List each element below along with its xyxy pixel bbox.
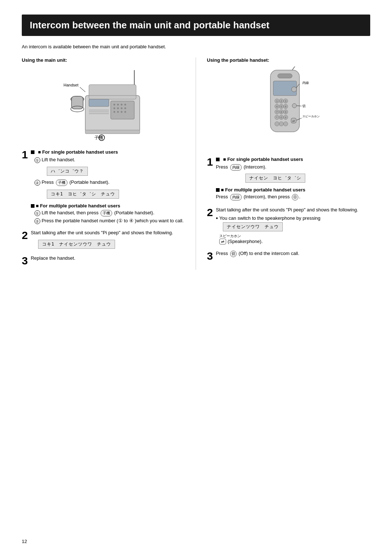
svg-text:9: 9 xyxy=(285,111,286,113)
right-multi-title: ■ For multiple portable handset users xyxy=(216,187,306,193)
list-item-2: ② Press 子機 (Portable handset). xyxy=(34,179,184,186)
multi-handset-title: ■ For multiple portable handset users xyxy=(31,203,184,208)
svg-text:Handset: Handset xyxy=(64,83,78,87)
step2-right-content: Start talking after the unit sounds "Pi … xyxy=(216,207,370,246)
svg-text:スピーカホン: スピーカホン xyxy=(302,115,320,118)
step1-right: 1 ■ For single portable handset users Pr… xyxy=(207,157,370,203)
circle-num-m2: ② xyxy=(34,218,40,224)
svg-text:⇌: ⇌ xyxy=(292,119,295,123)
step2-left: 2 Start talking after the unit sounds "P… xyxy=(22,230,185,250)
right-column: Using the portable handset: 1 2 3 xyxy=(196,57,370,270)
right-heading: Using the portable handset: xyxy=(207,57,370,63)
svg-text:7: 7 xyxy=(276,111,278,113)
multi-list-item-2: ② Press the portable handset number (① t… xyxy=(34,218,184,224)
black-square-icon-r1 xyxy=(216,158,220,161)
svg-point-57 xyxy=(279,122,283,126)
circle-zero-btn: ⓪ xyxy=(292,194,298,200)
step1-single-list: ① Lift the handset. xyxy=(31,157,184,163)
lcd-display-2: コキ1 ヨヒ゛タ゛シ チュウ xyxy=(47,190,119,199)
svg-text:切: 切 xyxy=(302,104,306,108)
step2-right-text: Start talking after the unit sounds "Pi … xyxy=(216,207,370,212)
left-heading: Using the main unit: xyxy=(22,57,185,63)
svg-text:0: 0 xyxy=(281,116,282,119)
svg-point-16 xyxy=(124,108,126,109)
page-number: 12 xyxy=(22,539,27,544)
portable-handset-svg: 1 2 3 4 5 6 7 8 9 xyxy=(245,66,332,150)
svg-point-17 xyxy=(113,111,115,113)
multi-list-item-1: ① Lift the handset, then press 子機 (Porta… xyxy=(34,210,184,216)
svg-rect-8 xyxy=(111,101,134,119)
svg-point-15 xyxy=(121,108,122,109)
svg-text:3: 3 xyxy=(285,100,286,102)
svg-text:内線: 内線 xyxy=(302,81,309,85)
svg-point-9 xyxy=(113,104,115,106)
step3-content: Replace the handset. xyxy=(31,255,75,264)
svg-point-12 xyxy=(124,104,126,106)
svg-point-61 xyxy=(291,87,297,92)
svg-line-69 xyxy=(292,66,299,70)
svg-point-58 xyxy=(283,122,288,126)
svg-point-13 xyxy=(113,108,115,109)
step3-number: 3 xyxy=(22,255,28,266)
svg-point-56 xyxy=(275,122,279,126)
black-square-icon xyxy=(31,150,34,154)
right-multi-text: Press 内線 (Intercom), then press ⓪. xyxy=(216,194,306,200)
speakerphone-label-small: スピーカホン xyxy=(219,234,241,238)
title-banner: Intercom between the main unit and porta… xyxy=(22,15,370,36)
svg-point-14 xyxy=(117,108,119,109)
circle-num-2: ② xyxy=(34,180,40,186)
kodomo-button: 子機 xyxy=(56,179,68,186)
step1-left: 1 ■ For single portable handset users ① … xyxy=(22,149,185,226)
svg-rect-3 xyxy=(72,96,83,109)
step1-right-text: Press 内線 (Intercom). xyxy=(216,164,306,171)
lcd-display-right-1: ナイセン ヨヒ゛タ゛シ xyxy=(245,174,305,183)
step3-right-number: 3 xyxy=(207,251,213,262)
kiri-button: 切 xyxy=(230,251,237,257)
svg-point-10 xyxy=(117,104,119,106)
step3-left: 3 Replace the handset. xyxy=(22,255,185,266)
svg-point-11 xyxy=(121,104,122,106)
step2-text: Start talking after the unit sounds "Pi … xyxy=(31,230,173,235)
step2-right-number: 2 xyxy=(207,207,213,218)
fax-machine-illustration: Handset xyxy=(22,66,185,143)
svg-text:4: 4 xyxy=(276,105,278,108)
circle-num-m1: ① xyxy=(34,210,40,216)
lcd-display-1: ハ゛ンコ゛ウ？ xyxy=(47,167,88,176)
speakerphone-info: You can switch to the speakerphone by pr… xyxy=(219,215,370,244)
svg-rect-6 xyxy=(89,85,136,99)
multi-handset-list: ① Lift the handset, then press 子機 (Porta… xyxy=(31,210,184,224)
svg-line-1 xyxy=(80,87,85,92)
step1-right-content: ■ For single portable handset users Pres… xyxy=(216,157,306,203)
step3-text: Replace the handset. xyxy=(31,255,75,261)
step3-right-text: Press 切 (Off) to end the intercom call. xyxy=(216,251,299,257)
svg-text:5: 5 xyxy=(281,105,282,108)
list-item: ① Lift the handset. xyxy=(34,157,184,163)
step2-right: 2 Start talking after the unit sounds "P… xyxy=(207,207,370,246)
step3-right-content: Press 切 (Off) to end the intercom call. xyxy=(216,251,299,260)
svg-point-18 xyxy=(117,111,119,113)
svg-rect-26 xyxy=(85,130,140,134)
svg-rect-21 xyxy=(89,99,109,106)
step1-content: ■ For single portable handset users ① Li… xyxy=(31,149,184,226)
bullet-item-speakerphone: • You can switch to the speakerphone by … xyxy=(216,215,370,244)
step1-number: 1 xyxy=(22,149,28,160)
two-column-layout: Using the main unit: Handset xyxy=(22,57,370,270)
left-column: Using the main unit: Handset xyxy=(22,57,196,270)
svg-point-19 xyxy=(121,111,122,113)
svg-text:1: 1 xyxy=(276,100,278,102)
kodomo-button-2: 子機 xyxy=(101,210,112,216)
step2-number: 2 xyxy=(22,230,28,241)
svg-text:2: 2 xyxy=(281,100,282,102)
svg-point-64 xyxy=(292,104,297,108)
speakerphone-icon: ⇌ xyxy=(219,239,226,244)
lcd-display-right-2: ナイセンツウワ チュウ xyxy=(223,222,283,231)
portable-handset-illustration: 1 2 3 4 5 6 7 8 9 xyxy=(207,66,370,150)
step2-content: Start talking after the unit sounds "Pi … xyxy=(31,230,173,250)
fax-machine-svg: Handset xyxy=(53,66,154,143)
bullet-dot: • xyxy=(216,215,218,221)
svg-text:#: # xyxy=(285,116,286,119)
step1-right-title: ■ For single portable handset users xyxy=(216,157,306,162)
circle-num-1: ① xyxy=(34,157,40,163)
svg-text:6: 6 xyxy=(285,105,286,108)
step1-title: ■ For single portable handset users xyxy=(31,149,184,155)
